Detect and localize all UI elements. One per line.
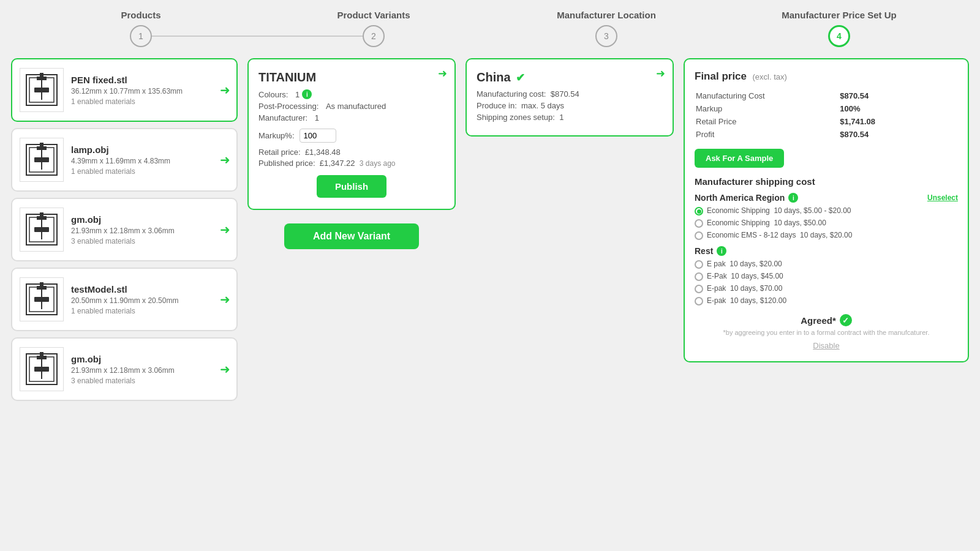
product-dims-3: 21.93mm x 12.18mm x 3.06mm — [71, 227, 229, 235]
published-value: £1,347.22 — [320, 159, 355, 168]
price-row-0: Manufacturing Cost $870.54 — [696, 90, 957, 102]
location-name: China — [477, 70, 511, 84]
step-1-label: Products — [121, 10, 160, 20]
price-setup-column: Final price (excl. tax) Manufacturing Co… — [684, 58, 969, 362]
shipping-option-na-2[interactable]: Economic EMS - 8-12 days 10 days, $20.00 — [695, 231, 958, 240]
price-row-value-0: $870.54 — [840, 90, 957, 102]
shipping-title: Manufacturer shipping cost — [695, 176, 958, 187]
product-info-2: lamp.obj 4.39mm x 11.69mm x 4.83mm 1 ena… — [71, 144, 229, 176]
rest-label: Rest — [695, 246, 713, 256]
markup-label: Markup%: — [258, 131, 295, 140]
svg-rect-21 — [40, 282, 43, 288]
step-1: Products — [24, 10, 257, 20]
agreed-check-icon: ✓ — [840, 314, 852, 326]
rest-option-2[interactable]: E-pak 10 days, $70.00 — [695, 284, 958, 293]
svg-rect-9 — [40, 143, 43, 149]
product-thumb-3 — [20, 208, 64, 252]
price-row-value-3: $870.54 — [840, 129, 957, 140]
product-arrow-1: ➜ — [220, 83, 230, 97]
rest-opt-1: E-Pak 10 days, $45.00 — [707, 272, 783, 280]
product-name-5: gm.obj — [71, 354, 229, 364]
shipping-zones-value: 1 — [559, 113, 564, 122]
add-variant-button[interactable]: Add New Variant — [284, 223, 419, 249]
disable-link[interactable]: Disable — [695, 341, 958, 350]
product-mats-5: 3 enabled materials — [71, 377, 229, 385]
rest-option-3[interactable]: E-pak 10 days, $120.00 — [695, 296, 958, 305]
na-option-2-label: Economic EMS - 8-12 days 10 days, $20.00 — [707, 231, 852, 239]
rest-opt-0: E pak 10 days, $20.00 — [707, 260, 782, 268]
step-2: Product Variants — [257, 10, 490, 20]
mfg-cost-value: $870.54 — [551, 89, 579, 99]
radio-rest-3 — [695, 297, 703, 305]
product-arrow-4: ➜ — [220, 292, 230, 307]
rest-option-1[interactable]: E-Pak 10 days, $45.00 — [695, 272, 958, 281]
price-card: Final price (excl. tax) Manufacturing Co… — [684, 58, 969, 362]
price-table: Manufacturing Cost $870.54 Markup 100% R… — [695, 89, 958, 141]
shipping-zones-row: Shipping zones setup: 1 — [477, 113, 663, 122]
location-column: ➜ China ✔ Manufacturing cost: $870.54 Pr… — [466, 58, 674, 137]
product-thumb-5 — [20, 347, 64, 391]
rest-opt-2: E-pak 10 days, $70.00 — [707, 284, 782, 293]
price-row-label-3: Profit — [696, 129, 839, 140]
radio-rest-0 — [695, 260, 703, 269]
colours-info-icon[interactable]: i — [302, 89, 312, 99]
markup-input[interactable] — [300, 129, 336, 143]
step-3: Manufacturer Location — [490, 10, 723, 20]
rest-info-icon[interactable]: i — [717, 246, 726, 256]
product-name-1: PEN fixed.stl — [71, 75, 229, 85]
price-row-3: Profit $870.54 — [696, 129, 957, 140]
product-card-4[interactable]: testModel.stl 20.50mm x 11.90mm x 20.50m… — [11, 268, 238, 331]
product-thumb-4 — [20, 277, 64, 321]
na-option-1-label: Economic Shipping 10 days, $50.00 — [707, 219, 826, 227]
shipping-option-na-0[interactable]: Economic Shipping 10 days, $5.00 - $20.0… — [695, 206, 958, 216]
na-option-0-label: Economic Shipping 10 days, $5.00 - $20.0… — [707, 206, 851, 215]
ask-sample-button[interactable]: Ask For A Sample — [695, 149, 784, 168]
step-2-label: Product Variants — [337, 10, 410, 20]
rest-opt-3: E-pak 10 days, $120.00 — [707, 296, 786, 305]
price-row-label-1: Markup — [696, 103, 839, 114]
publish-button[interactable]: Publish — [317, 175, 386, 198]
product-info-4: testModel.stl 20.50mm x 11.90mm x 20.50m… — [71, 284, 229, 315]
time-ago: 3 days ago — [360, 159, 396, 168]
step-circle-2: 2 — [363, 25, 385, 47]
location-title: China ✔ — [477, 70, 663, 84]
mfg-cost-label: Manufacturing cost: — [477, 89, 546, 99]
product-info-3: gm.obj 21.93mm x 12.18mm x 3.06mm 3 enab… — [71, 214, 229, 246]
north-america-label: North America Region — [695, 193, 785, 203]
radio-na-2 — [695, 231, 703, 240]
stepper: Products Product Variants Manufacturer L… — [0, 0, 980, 52]
svg-rect-5 — [34, 88, 49, 92]
product-arrow-3: ➜ — [220, 222, 230, 237]
svg-rect-23 — [34, 297, 49, 302]
north-america-info-icon[interactable]: i — [788, 193, 798, 203]
product-name-2: lamp.obj — [71, 144, 229, 155]
agreed-label: Agreed* — [801, 315, 836, 326]
svg-rect-29 — [34, 367, 49, 372]
variant-postprocess-row: Post-Processing: As manufactured — [258, 102, 445, 111]
product-card-1[interactable]: PEN fixed.stl 36.12mm x 10.77mm x 135.63… — [11, 58, 238, 122]
product-thumb-1 — [20, 68, 64, 112]
location-check-icon: ✔ — [516, 71, 525, 84]
agreed-note: *by aggreeing you enter in to a formal c… — [695, 329, 958, 336]
product-card-5[interactable]: gm.obj 21.93mm x 12.18mm x 3.06mm 3 enab… — [11, 337, 238, 401]
colours-label: Colours: — [258, 90, 288, 99]
produce-value: max. 5 days — [521, 101, 564, 110]
product-mats-4: 1 enabled materials — [71, 307, 229, 315]
product-card-2[interactable]: lamp.obj 4.39mm x 11.69mm x 4.83mm 1 ena… — [11, 128, 238, 192]
step-circle-3: 3 — [595, 25, 617, 47]
shipping-option-na-1[interactable]: Economic Shipping 10 days, $50.00 — [695, 219, 958, 228]
product-mats-1: 1 enabled materials — [71, 97, 229, 106]
product-dims-4: 20.50mm x 11.90mm x 20.50mm — [71, 296, 229, 305]
product-dims-2: 4.39mm x 11.69mm x 4.83mm — [71, 157, 229, 165]
rest-option-0[interactable]: E pak 10 days, $20.00 — [695, 260, 958, 269]
markup-row: Markup%: — [258, 129, 445, 143]
product-card-3[interactable]: gm.obj 21.93mm x 12.18mm x 3.06mm 3 enab… — [11, 198, 238, 261]
unselect-link[interactable]: Unselect — [927, 193, 958, 202]
variant-nav-arrow[interactable]: ➜ — [438, 67, 447, 80]
price-row-label-0: Manufacturing Cost — [696, 90, 839, 102]
price-row-value-1: 100% — [840, 103, 957, 114]
final-price-title: Final price (excl. tax) — [695, 70, 958, 83]
retail-label: Retail price: — [258, 148, 301, 157]
location-nav-arrow[interactable]: ➜ — [656, 67, 665, 80]
price-row-1: Markup 100% — [696, 103, 957, 114]
